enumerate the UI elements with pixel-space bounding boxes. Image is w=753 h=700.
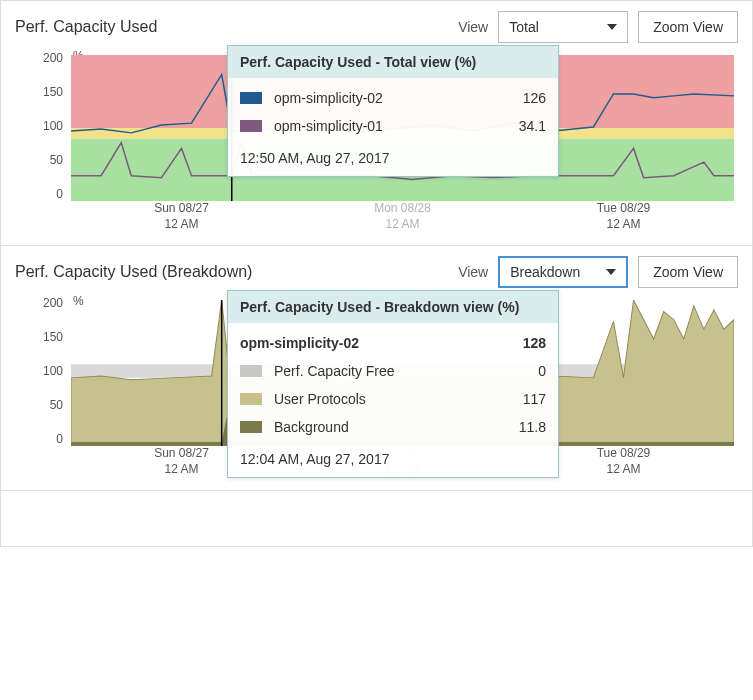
x-axis: Sun 08/27 12 AM Mon 08/28 12 AM Tue 08/2… bbox=[71, 201, 734, 241]
view-label: View bbox=[458, 19, 488, 35]
series-value: 126 bbox=[506, 90, 546, 106]
series-label: Background bbox=[274, 419, 494, 435]
tooltip-timestamp: 12:04 AM, Aug 27, 2017 bbox=[240, 441, 546, 467]
tooltip-row: opm-simplicity-02 126 bbox=[240, 84, 546, 112]
tooltip-body: opm-simplicity-02 128 Perf. Capacity Fre… bbox=[228, 323, 558, 477]
tooltip-row: opm-simplicity-01 34.1 bbox=[240, 112, 546, 140]
tooltip-timestamp: 12:50 AM, Aug 27, 2017 bbox=[240, 140, 546, 166]
x-tick: Sun 08/27 12 AM bbox=[71, 201, 292, 241]
series-label: User Protocols bbox=[274, 391, 494, 407]
tooltip-body: opm-simplicity-02 126 opm-simplicity-01 … bbox=[228, 78, 558, 176]
tooltip-row: Background 11.8 bbox=[240, 413, 546, 441]
y-axis: 200 150 100 50 0 bbox=[15, 296, 69, 446]
panel-breakdown: Perf. Capacity Used (Breakdown) View Bre… bbox=[0, 246, 753, 491]
view-select-value: Breakdown bbox=[510, 264, 580, 280]
series-swatch-icon bbox=[240, 120, 262, 132]
series-label: opm-simplicity-01 bbox=[274, 118, 494, 134]
tooltip-row: Perf. Capacity Free 0 bbox=[240, 357, 546, 385]
tooltip-row: User Protocols 117 bbox=[240, 385, 546, 413]
series-label: opm-simplicity-02 bbox=[274, 90, 494, 106]
zoom-view-button[interactable]: Zoom View bbox=[638, 11, 738, 43]
series-swatch-icon bbox=[240, 365, 262, 377]
series-label: Perf. Capacity Free bbox=[274, 363, 494, 379]
panel-header: Perf. Capacity Used View Total Zoom View bbox=[15, 11, 738, 43]
series-swatch-icon bbox=[240, 393, 262, 405]
tooltip-node-row: opm-simplicity-02 128 bbox=[240, 329, 546, 357]
panel-controls: View Total Zoom View bbox=[458, 11, 738, 43]
panel-header: Perf. Capacity Used (Breakdown) View Bre… bbox=[15, 256, 738, 288]
panel-empty bbox=[0, 491, 753, 547]
chevron-down-icon bbox=[606, 269, 616, 275]
tooltip-title: Perf. Capacity Used - Breakdown view (%) bbox=[228, 291, 558, 323]
y-axis: 200 150 100 50 0 bbox=[15, 51, 69, 201]
panel-title: Perf. Capacity Used (Breakdown) bbox=[15, 263, 252, 281]
series-value: 117 bbox=[506, 391, 546, 407]
tooltip-node-value: 128 bbox=[506, 335, 546, 351]
view-label: View bbox=[458, 264, 488, 280]
series-value: 34.1 bbox=[506, 118, 546, 134]
view-select[interactable]: Breakdown bbox=[498, 256, 628, 288]
panel-title: Perf. Capacity Used bbox=[15, 18, 157, 36]
panel-total: Perf. Capacity Used View Total Zoom View… bbox=[0, 0, 753, 246]
tooltip-title: Perf. Capacity Used - Total view (%) bbox=[228, 46, 558, 78]
chart-breakdown[interactable]: % 200 150 100 50 0 Sun 08/27 12 AM bbox=[15, 296, 738, 486]
chart-tooltip: Perf. Capacity Used - Total view (%) opm… bbox=[227, 45, 559, 177]
chart-tooltip: Perf. Capacity Used - Breakdown view (%)… bbox=[227, 290, 559, 478]
chevron-down-icon bbox=[607, 24, 617, 30]
view-select[interactable]: Total bbox=[498, 11, 628, 43]
panel-controls: View Breakdown Zoom View bbox=[458, 256, 738, 288]
series-swatch-icon bbox=[240, 92, 262, 104]
series-value: 11.8 bbox=[506, 419, 546, 435]
tooltip-node-label: opm-simplicity-02 bbox=[240, 335, 494, 351]
series-swatch-icon bbox=[240, 421, 262, 433]
x-tick: Tue 08/29 12 AM bbox=[513, 201, 734, 241]
view-select-value: Total bbox=[509, 19, 539, 35]
series-value: 0 bbox=[506, 363, 546, 379]
chart-total[interactable]: % 200 150 100 50 0 Sun 08/ bbox=[15, 51, 738, 241]
x-tick: Mon 08/28 12 AM bbox=[292, 201, 513, 241]
zoom-view-button[interactable]: Zoom View bbox=[638, 256, 738, 288]
